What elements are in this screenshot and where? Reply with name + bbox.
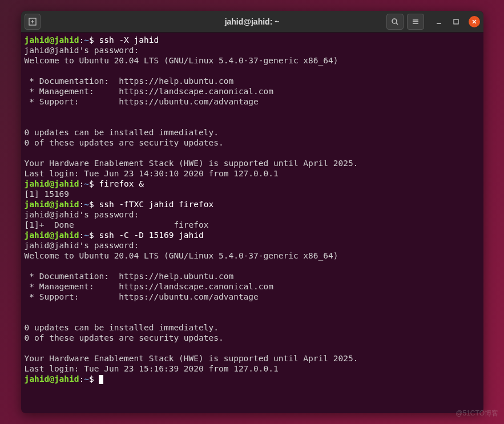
prompt-path: ~ [84,179,89,188]
terminal-body[interactable]: jahid@jahid:~$ ssh -X jahidjahid@jahid's… [21,33,483,413]
output-text: [1] 15169 [25,189,70,199]
prompt-line: jahid@jahid:~$ firefox & [25,179,480,189]
output-line: jahid@jahid's password: [25,209,480,220]
svg-rect-9 [454,19,458,24]
prompt-symbol: $ [89,200,99,209]
svg-line-4 [396,23,398,25]
output-line [25,302,480,312]
prompt-user-host: jahid@jahid [25,179,79,188]
prompt-symbol: $ [89,231,99,240]
output-line: * Support: https://ubuntu.com/advantage [25,96,480,107]
new-tab-icon [29,18,37,26]
output-text: Welcome to Ubuntu 20.04 LTS (GNU/Linux 5… [25,251,338,260]
window-controls [434,16,480,27]
hamburger-icon [412,18,420,26]
output-text [25,302,30,312]
output-line: [1] 15169 [25,189,480,199]
command-text: firefox & [99,179,144,188]
output-text: * Support: https://ubuntu.com/advantage [25,292,259,301]
output-line: * Support: https://ubuntu.com/advantage [25,292,480,302]
menu-button[interactable] [407,14,424,30]
cursor [99,375,103,384]
output-text: Your Hardware Enablement Stack (HWE) is … [25,354,358,363]
terminal-window: jahid@jahid: ~ [21,11,483,413]
output-text: 0 updates can be installed immediately. [25,128,219,137]
output-text: Last login: Tue Jun 23 15:16:39 2020 fro… [25,364,279,373]
prompt-separator: : [79,374,84,383]
window-title: jahid@jahid: ~ [225,17,280,26]
prompt-separator: : [79,200,84,209]
output-text: * Management: https://landscape.canonica… [25,282,274,291]
output-line: Welcome to Ubuntu 20.04 LTS (GNU/Linux 5… [25,55,480,66]
prompt-separator: : [79,179,84,188]
prompt-path: ~ [84,200,89,209]
output-text: [1]+ Done firefox [25,220,209,229]
close-button[interactable] [469,16,480,27]
prompt-line: jahid@jahid:~$ ssh -X jahid [25,35,480,45]
titlebar: jahid@jahid: ~ [21,11,483,33]
prompt-line: jahid@jahid:~$ ssh -fTXC jahid firefox [25,199,480,209]
output-line [25,343,480,353]
output-text: 0 of these updates are security updates. [25,138,224,147]
prompt-user-host: jahid@jahid [25,231,79,240]
prompt-user-host: jahid@jahid [25,35,79,45]
output-line: 0 of these updates are security updates. [25,138,480,148]
output-text: 0 of these updates are security updates. [25,333,224,342]
search-icon [391,18,399,26]
prompt-symbol: $ [89,374,99,383]
output-line: jahid@jahid's password: [25,45,480,55]
output-line: Last login: Tue Jun 23 15:16:39 2020 fro… [25,364,480,374]
output-line: * Documentation: https://help.ubuntu.com [25,76,480,86]
prompt-symbol: $ [89,179,99,188]
output-line: Welcome to Ubuntu 20.04 LTS (GNU/Linux 5… [25,251,480,261]
output-text: jahid@jahid's password: [25,46,139,55]
output-line: [1]+ Done firefox [25,220,480,230]
output-text [25,148,30,158]
output-text: * Management: https://landscape.canonica… [25,87,274,96]
prompt-user-host: jahid@jahid [25,200,79,209]
prompt-path: ~ [84,231,89,240]
prompt-path: ~ [84,35,89,45]
titlebar-left [25,14,41,30]
output-line: * Documentation: https://help.ubuntu.com [25,271,480,281]
output-text [25,107,30,116]
output-line [25,261,480,271]
maximize-icon [453,18,459,25]
svg-point-3 [392,19,397,23]
output-line: * Management: https://landscape.canonica… [25,86,480,96]
output-text: * Support: https://ubuntu.com/advantage [25,97,259,106]
command-text: ssh -X jahid [99,35,159,45]
prompt-line: jahid@jahid:~$ [25,374,480,384]
maximize-button[interactable] [451,17,461,26]
new-tab-button[interactable] [25,14,41,30]
output-text [25,118,30,127]
output-line [25,148,480,158]
output-line: Last login: Tue Jun 23 14:30:10 2020 fro… [25,168,480,179]
output-text: * Documentation: https://help.ubuntu.com [25,76,234,86]
prompt-separator: : [79,231,84,240]
output-text: * Documentation: https://help.ubuntu.com [25,272,234,281]
watermark: @51CTO博客 [455,409,498,418]
search-button[interactable] [386,14,404,30]
close-icon [471,19,477,25]
minimize-icon [436,18,442,25]
prompt-user-host: jahid@jahid [25,374,79,383]
output-line: 0 updates can be installed immediately. [25,127,480,138]
output-text: jahid@jahid's password: [25,241,139,250]
titlebar-right [386,14,480,30]
output-text: Last login: Tue Jun 23 14:30:10 2020 fro… [25,169,279,178]
output-line: * Management: https://landscape.canonica… [25,281,480,292]
minimize-button[interactable] [434,17,443,26]
output-text: Your Hardware Enablement Stack (HWE) is … [25,159,358,168]
output-line [25,66,480,76]
prompt-path: ~ [84,374,89,383]
output-text [25,261,30,270]
output-text [25,66,30,75]
output-text [25,313,30,322]
output-text [25,344,30,353]
prompt-line: jahid@jahid:~$ ssh -C -D 15169 jahid [25,230,480,240]
output-text: Welcome to Ubuntu 20.04 LTS (GNU/Linux 5… [25,56,338,65]
prompt-separator: : [79,35,84,45]
output-line [25,312,480,322]
output-line [25,107,480,117]
